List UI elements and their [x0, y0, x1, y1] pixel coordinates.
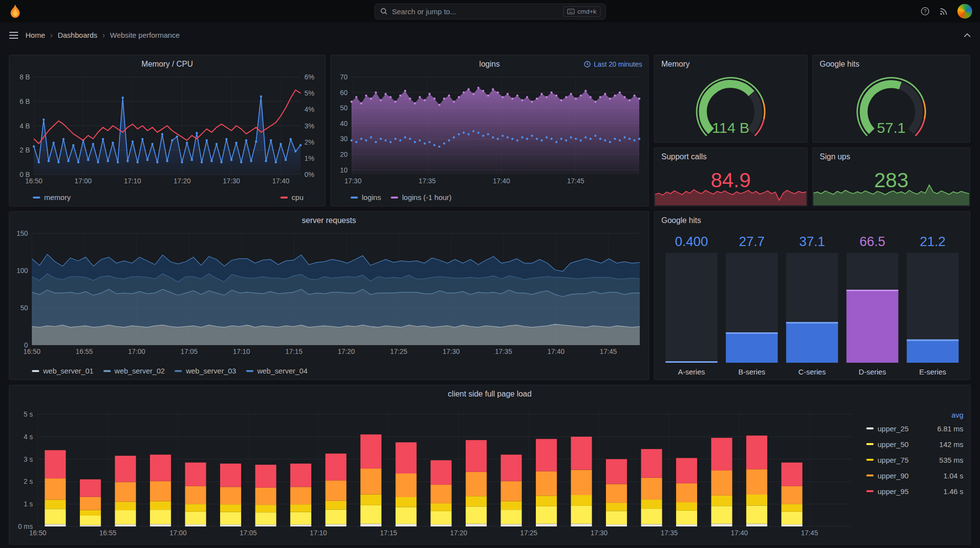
legend-item-logins[interactable]: logins [351, 193, 381, 201]
svg-text:?: ? [924, 9, 927, 14]
legend-row-upper-90: upper_90 1.04 s [866, 468, 963, 483]
legend-row-upper-50: upper_50 142 ms [866, 436, 963, 452]
grafana-logo[interactable] [8, 4, 23, 19]
panel-title[interactable]: server requests [9, 212, 649, 229]
gauge-value: 114 B [654, 120, 807, 136]
series-color-marker [280, 197, 288, 199]
breadcrumb-bar: Home › Dashboards › Website performance [0, 23, 980, 48]
user-avatar[interactable] [957, 4, 972, 19]
legend-label: cpu [292, 193, 303, 201]
svg-text:17:10: 17:10 [310, 529, 327, 537]
svg-text:E-series: E-series [919, 368, 946, 376]
legend-value: 1.04 s [943, 472, 963, 480]
legend-item-cpu[interactable]: cpu [280, 193, 303, 201]
menu-toggle-button[interactable] [9, 31, 19, 39]
svg-text:17:15: 17:15 [285, 348, 302, 355]
svg-text:17:40: 17:40 [272, 177, 289, 185]
svg-text:6%: 6% [304, 73, 314, 81]
gauge-value: 57.1 [813, 120, 970, 136]
series-color-marker [175, 370, 182, 372]
svg-text:0 B: 0 B [20, 171, 30, 178]
legend-item-web-server-03[interactable]: web_server_03 [175, 367, 236, 375]
panel-title[interactable]: Google hits [813, 55, 970, 73]
svg-text:C-series: C-series [799, 368, 826, 376]
series-color-marker [33, 197, 40, 199]
legend-label: web_server_03 [186, 367, 236, 375]
svg-text:30: 30 [340, 135, 348, 143]
legend-label[interactable]: upper_90 [878, 472, 943, 480]
chevron-right-icon: › [50, 30, 53, 40]
series-color-marker [32, 370, 39, 372]
panel-title[interactable]: Memory / CPU [9, 55, 325, 73]
legend-label[interactable]: upper_75 [878, 456, 939, 464]
series-color-marker [246, 370, 253, 372]
legend-item-web-server-04[interactable]: web_server_04 [246, 367, 308, 375]
panel-title[interactable]: Support calls [654, 148, 807, 166]
svg-text:40: 40 [340, 120, 348, 127]
svg-text:50: 50 [20, 304, 28, 312]
legend-item-logins-1h[interactable]: logins (-1 hour) [391, 193, 452, 201]
stat-value: 283 [813, 169, 970, 192]
svg-text:8 B: 8 B [20, 73, 30, 81]
legend-label[interactable]: upper_25 [878, 424, 937, 433]
keyboard-icon [567, 9, 575, 14]
legend-row-upper-75: upper_75 535 ms [866, 452, 963, 468]
svg-text:2 B: 2 B [20, 146, 30, 154]
svg-text:100: 100 [17, 267, 28, 274]
legend-label: logins (-1 hour) [402, 193, 452, 201]
legend-value: 142 ms [939, 440, 963, 448]
google-hits-bar-gauge: 0.400A-series27.7B-series37.1C-series66.… [654, 230, 970, 379]
svg-text:A-series: A-series [678, 368, 705, 376]
svg-text:4 s: 4 s [24, 433, 33, 441]
svg-text:0.400: 0.400 [675, 234, 708, 249]
svg-text:2 s: 2 s [24, 477, 33, 485]
help-icon: ? [921, 7, 930, 16]
search-bar[interactable]: Search or jump to... cmd+k [375, 3, 606, 20]
panel-support-calls: Support calls 84.9 [654, 148, 807, 206]
legend-item-web-server-02[interactable]: web_server_02 [103, 367, 165, 375]
top-nav-bar: Search or jump to... cmd+k ? [0, 0, 980, 23]
svg-text:B-series: B-series [738, 368, 765, 376]
news-button[interactable] [939, 7, 948, 16]
panel-title[interactable]: Memory [654, 55, 807, 73]
svg-text:5 s: 5 s [24, 410, 33, 418]
search-placeholder: Search or jump to... [392, 7, 559, 16]
svg-text:17:35: 17:35 [419, 177, 436, 185]
svg-text:150: 150 [17, 229, 28, 237]
breadcrumb-home[interactable]: Home [25, 31, 45, 39]
legend-label: memory [44, 193, 71, 201]
legend-item-web-server-01[interactable]: web_server_01 [32, 367, 94, 375]
svg-text:17:20: 17:20 [450, 529, 467, 537]
panel-title[interactable]: Sign ups [813, 148, 970, 166]
breadcrumb-current-page: Website performance [110, 31, 179, 39]
legend-label[interactable]: upper_50 [878, 440, 939, 448]
panel-title[interactable]: Google hits [654, 212, 970, 229]
collapse-controls-button[interactable] [963, 33, 971, 38]
time-range-indicator[interactable]: Last 20 minutes [584, 55, 642, 73]
panel-server-requests: server requests 16:5016:5517:0017:0517:1… [9, 211, 649, 380]
svg-text:17:00: 17:00 [75, 177, 92, 185]
svg-text:17:40: 17:40 [731, 529, 748, 537]
svg-text:17:45: 17:45 [801, 529, 818, 537]
nav-actions: ? [921, 4, 972, 19]
svg-text:17:45: 17:45 [567, 177, 584, 185]
svg-text:4 B: 4 B [20, 122, 30, 130]
series-color-marker [391, 197, 398, 199]
svg-text:17:05: 17:05 [240, 529, 257, 537]
time-range-label: Last 20 minutes [594, 60, 642, 68]
breadcrumb-dashboards[interactable]: Dashboards [58, 31, 98, 39]
legend-label[interactable]: upper_95 [878, 487, 943, 496]
series-color-marker [866, 459, 874, 461]
svg-text:60: 60 [340, 89, 348, 97]
svg-text:0: 0 [24, 341, 28, 349]
svg-text:D-series: D-series [859, 368, 886, 376]
svg-text:17:05: 17:05 [180, 348, 198, 355]
help-button[interactable]: ? [921, 7, 930, 16]
svg-text:4%: 4% [304, 105, 314, 113]
panel-title[interactable]: client side full page load [9, 385, 970, 403]
legend-item-memory[interactable]: memory [33, 193, 71, 201]
svg-text:17:30: 17:30 [590, 529, 607, 537]
svg-text:70: 70 [340, 73, 348, 81]
svg-text:17:30: 17:30 [443, 348, 460, 355]
svg-text:2%: 2% [304, 138, 314, 146]
